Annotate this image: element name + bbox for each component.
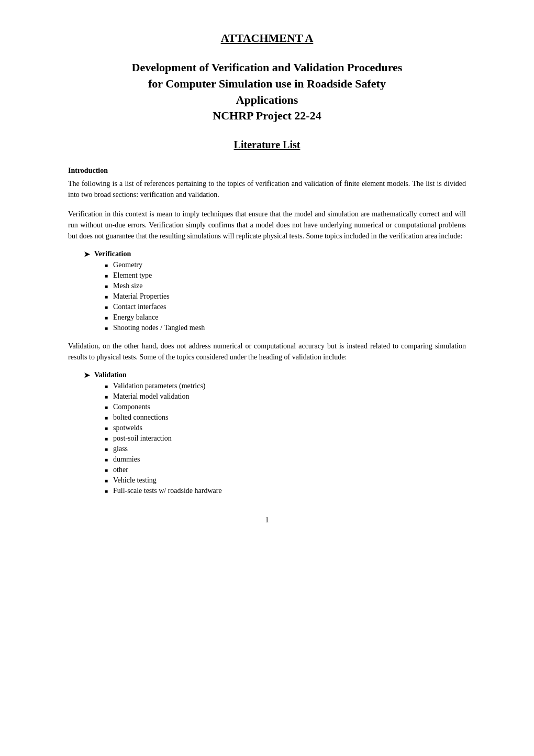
validation-section: ➤ Validation ■ Validation parameters (me…: [84, 371, 466, 495]
list-item-text: Mesh size: [113, 282, 142, 290]
intro-para3: Validation, on the other hand, does not …: [68, 341, 466, 363]
doc-title-line4: NCHRP Project 22-24: [68, 108, 466, 124]
bullet-icon: ■: [105, 415, 108, 421]
list-item: ■ other: [105, 466, 466, 474]
list-item-text: Material Properties: [113, 292, 170, 301]
validation-label-text: Validation: [94, 371, 127, 379]
list-item: ■ Vehicle testing: [105, 476, 466, 485]
bullet-icon: ■: [105, 273, 108, 279]
bullet-icon: ■: [105, 283, 108, 289]
bullet-icon: ■: [105, 325, 108, 331]
list-item: ■ spotwelds: [105, 424, 466, 432]
literature-title: Literature List: [68, 139, 466, 151]
bullet-icon: ■: [105, 404, 108, 410]
list-item: ■ Shooting nodes / Tangled mesh: [105, 324, 466, 332]
bullet-icon: ■: [105, 294, 108, 300]
list-item: ■ Geometry: [105, 261, 466, 269]
arrow-icon: ➤: [84, 250, 90, 259]
list-item-text: Validation parameters (metrics): [113, 382, 205, 390]
list-item: ■ Material model validation: [105, 392, 466, 401]
list-item: ■ post-soil interaction: [105, 434, 466, 443]
list-item: ■ Element type: [105, 271, 466, 280]
doc-title-line1: Development of Verification and Validati…: [68, 60, 466, 76]
validation-list: ■ Validation parameters (metrics) ■ Mate…: [105, 382, 466, 411]
bullet-icon: ■: [105, 457, 108, 463]
arrow-icon: ➤: [84, 371, 90, 380]
doc-title: Development of Verification and Validati…: [68, 60, 466, 124]
list-item-text: Contact interfaces: [113, 303, 166, 311]
intro-para1: The following is a list of references pe…: [68, 178, 466, 200]
bullet-icon: ■: [105, 304, 108, 310]
doc-title-line3: Applications: [68, 92, 466, 108]
list-item-text: Components: [113, 403, 150, 411]
list-item: ■ Energy balance: [105, 313, 466, 322]
page: ATTACHMENT A Development of Verification…: [68, 0, 466, 756]
list-item: ■ Full-scale tests w/ roadside hardware: [105, 487, 466, 495]
page-number: 1: [68, 516, 466, 524]
bullet-icon: ■: [105, 425, 108, 431]
list-item-text: spotwelds: [113, 424, 142, 432]
list-item-text: Full-scale tests w/ roadside hardware: [113, 487, 222, 495]
list-item: ■ Mesh size: [105, 282, 466, 290]
list-item-text: Material model validation: [113, 392, 189, 401]
list-item-text: dummies: [113, 455, 140, 464]
list-item-text: Element type: [113, 271, 152, 280]
list-item-text: other: [113, 466, 128, 474]
bullet-icon: ■: [105, 394, 108, 400]
list-item-text: bolted connections: [113, 413, 168, 422]
list-item-text: Geometry: [113, 261, 142, 269]
verification-label: ➤ Verification: [84, 250, 466, 259]
validation-list2: ■ Vehicle testing ■ Full-scale tests w/ …: [105, 476, 466, 495]
list-item: ■ Material Properties: [105, 292, 466, 301]
list-item: ■ bolted connections: [105, 413, 466, 422]
bullet-icon: ■: [105, 315, 108, 321]
list-item-text: Energy balance: [113, 313, 158, 322]
list-item: ■ dummies: [105, 455, 466, 464]
list-item-text: Shooting nodes / Tangled mesh: [113, 324, 205, 332]
doc-title-line2: for Computer Simulation use in Roadside …: [68, 76, 466, 92]
list-item-text: Vehicle testing: [113, 476, 157, 485]
bullet-icon: ■: [105, 436, 108, 442]
bullet-icon: ■: [105, 488, 108, 494]
intro-heading: Introduction: [68, 167, 466, 175]
list-item-text: post-soil interaction: [113, 434, 172, 443]
verification-section: ➤ Verification ■ Geometry ■ Element type…: [84, 250, 466, 332]
attachment-title: ATTACHMENT A: [68, 31, 466, 45]
bullet-icon: ■: [105, 446, 108, 452]
list-item: ■ glass: [105, 445, 466, 453]
verification-list: ■ Geometry ■ Element type ■ Mesh size ■ …: [105, 261, 466, 332]
intro-para2: Verification in this context is mean to …: [68, 209, 466, 242]
verification-label-text: Verification: [94, 250, 131, 258]
list-item: ■ Contact interfaces: [105, 303, 466, 311]
list-item: ■ Validation parameters (metrics): [105, 382, 466, 390]
bullet-icon: ■: [105, 467, 108, 473]
bullet-icon: ■: [105, 384, 108, 389]
list-item-text: glass: [113, 445, 128, 453]
title-section: ATTACHMENT A Development of Verification…: [68, 31, 466, 151]
bullet-icon: ■: [105, 478, 108, 484]
list-item: ■ Components: [105, 403, 466, 411]
validation-label: ➤ Validation: [84, 371, 466, 380]
components-sub-list: ■ bolted connections ■ spotwelds ■ post-…: [105, 413, 466, 474]
bullet-icon: ■: [105, 262, 108, 268]
